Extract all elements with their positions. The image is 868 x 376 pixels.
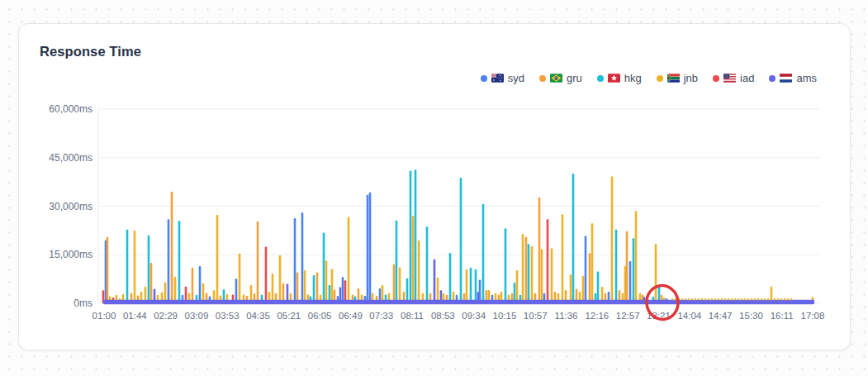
spike-jnb <box>551 248 553 303</box>
tail-dot-jnb <box>701 298 703 300</box>
spike-jnb <box>541 249 543 303</box>
spike-hkg <box>615 230 618 303</box>
spike-syd <box>199 266 202 303</box>
x-axis-tick-label: 16:11 <box>771 311 794 321</box>
y-axis-tick-label: 30,000ms <box>49 201 92 212</box>
spike-syd <box>585 236 587 303</box>
y-axis-tick-label: 45,000ms <box>49 152 92 164</box>
tail-dot-jnb <box>784 298 785 300</box>
spike-gru <box>626 231 628 303</box>
spike-hkg <box>148 236 150 303</box>
tail-dot-jnb <box>744 298 746 300</box>
x-axis-tick-label: 09:34 <box>462 311 486 321</box>
tail-dot-jnb <box>711 298 713 300</box>
spike-jnb <box>570 274 572 303</box>
spike-syd <box>342 277 344 303</box>
tail-dot-jnb <box>741 298 742 300</box>
tail-dot-jnb <box>757 298 759 300</box>
tail-dot-jnb <box>691 298 693 300</box>
tail-dot-jnb <box>688 298 690 300</box>
x-axis-tick-label: 12:16 <box>585 311 609 321</box>
spike-gru <box>171 192 173 303</box>
spike-gru <box>192 268 194 303</box>
tail-dot-jnb <box>777 298 779 300</box>
x-axis-tick-label: 08:11 <box>401 311 424 321</box>
spike-jnb <box>582 276 585 303</box>
spike-gru <box>316 272 319 303</box>
tail-dot-jnb <box>714 298 716 300</box>
tail-dot-jnb <box>698 298 700 300</box>
x-axis-tick-label: 04:35 <box>246 311 270 321</box>
tail-dot-jnb <box>764 298 766 300</box>
spike-jnb <box>466 269 468 303</box>
spike-iad <box>265 246 268 303</box>
spike-gru <box>296 272 299 303</box>
spike-syd <box>168 219 170 303</box>
tail-dot-jnb <box>671 298 673 300</box>
spike-hkg <box>178 221 181 303</box>
tail-dot-jnb <box>747 298 749 300</box>
spike-hkg <box>449 253 452 303</box>
spike-jnb <box>516 270 519 303</box>
tail-dot-jnb <box>721 298 723 300</box>
spike-hkg <box>396 221 398 303</box>
spike-hkg <box>460 178 462 303</box>
x-axis-tick-label: 07:33 <box>369 311 393 321</box>
spike-jnb <box>611 176 614 303</box>
x-axis-tick-label: 05:21 <box>277 311 301 321</box>
x-axis-tick-label: 14:47 <box>709 311 733 321</box>
spike-jnb <box>325 260 328 303</box>
tail-dot-jnb <box>787 298 789 300</box>
spike-jnb <box>239 254 241 303</box>
spike-hkg <box>406 278 409 303</box>
spike-gru <box>538 198 541 303</box>
spike-hkg <box>482 204 485 303</box>
spike-syd <box>301 212 304 303</box>
spike-syd <box>629 261 632 303</box>
x-axis-tick-label: 01:00 <box>92 311 116 321</box>
spike-jnb <box>331 269 334 303</box>
y-axis-tick-label: 60,000ms <box>49 103 92 115</box>
tail-dot-jnb <box>695 298 696 300</box>
spike-jnb <box>437 278 439 303</box>
tail-dot-jnb <box>774 298 776 300</box>
x-axis-tick-label: 14:04 <box>677 311 701 321</box>
spike-jnb <box>174 277 177 303</box>
spike-gru <box>589 253 591 303</box>
spike-syd <box>294 218 296 303</box>
spike-syd <box>235 278 238 303</box>
tail-dot-jnb <box>685 298 686 300</box>
spike-ams <box>434 259 436 303</box>
tail-dot-jnb <box>751 298 752 300</box>
spike-hkg <box>410 170 412 303</box>
spike-gru <box>525 237 528 303</box>
tail-dot-jnb <box>738 298 739 300</box>
spike-hkg <box>415 169 417 303</box>
spike-jnb <box>522 234 524 303</box>
spike-iad <box>547 219 549 303</box>
tail-dot-jnb <box>728 298 729 300</box>
spike-gru <box>107 237 109 303</box>
response-time-card: Response Time syd gru hkg jnb iad ams 0m… <box>18 23 851 350</box>
tail-dot-jnb <box>761 298 762 300</box>
x-axis-tick-label: 15:30 <box>739 311 763 321</box>
y-axis-tick-label: 15,000ms <box>49 249 92 260</box>
spike-jnb <box>412 216 415 303</box>
x-axis-tick-label: 01:44 <box>123 311 147 321</box>
spike-hkg <box>633 238 635 303</box>
tail-dot-jnb <box>724 298 726 300</box>
x-axis-tick-label: 02:29 <box>154 311 178 321</box>
spike-jnb <box>216 215 219 303</box>
x-axis-tick-label: 12:57 <box>616 311 640 321</box>
spike-jnb <box>134 231 136 303</box>
x-axis-tick-label: 03:09 <box>185 311 209 321</box>
tail-dot-jnb <box>708 298 709 300</box>
spike-hkg <box>505 228 507 303</box>
spike-hkg <box>426 226 429 303</box>
spike-jnb <box>418 240 420 303</box>
x-axis-tick-label: 03:53 <box>216 311 240 321</box>
spike-syd <box>367 195 369 303</box>
tail-dot-jnb <box>771 298 772 300</box>
spike-jnb <box>635 211 638 303</box>
response-time-chart[interactable]: 0ms15,000ms30,000ms45,000ms60,000ms01:00… <box>19 24 851 351</box>
